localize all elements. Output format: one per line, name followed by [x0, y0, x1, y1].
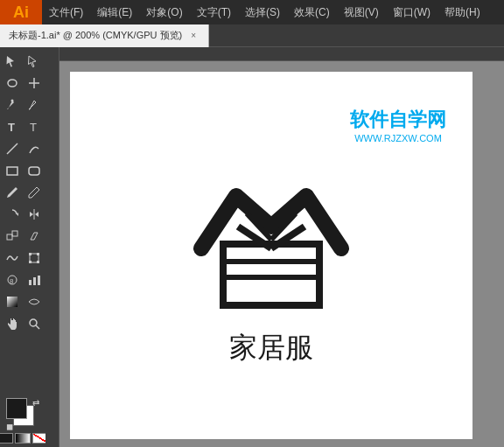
- svg-rect-12: [12, 231, 18, 236]
- symbol-tool[interactable]: 8: [2, 269, 23, 290]
- menu-window[interactable]: 窗口(W): [386, 0, 438, 24]
- svg-rect-14: [29, 253, 32, 255]
- tab-title: 未标题-1.ai* @ 200% (CMYK/GPU 预览): [9, 29, 182, 42]
- svg-text:T: T: [30, 121, 37, 134]
- color-mode-row: [0, 433, 48, 444]
- tool-row-brush: [2, 182, 45, 203]
- pen-tool[interactable]: [2, 94, 23, 115]
- svg-point-0: [8, 80, 17, 87]
- tool-row-scale: [2, 226, 45, 247]
- tool-row-warp: [2, 248, 45, 269]
- tool-row-hand: [2, 313, 45, 334]
- graph-tool[interactable]: [24, 269, 45, 290]
- app-logo: Ai: [0, 0, 42, 24]
- zoom-tool[interactable]: [24, 313, 45, 334]
- foreground-color-swatch[interactable]: [6, 398, 27, 419]
- menu-edit[interactable]: 编辑(E): [90, 0, 139, 24]
- menu-effect[interactable]: 效果(C): [287, 0, 337, 24]
- svg-text:T: T: [8, 121, 15, 134]
- watermark-url: WWW.RJZXW.COM: [350, 133, 446, 143]
- document-tab[interactable]: 未标题-1.ai* @ 200% (CMYK/GPU 预览) ×: [0, 24, 209, 47]
- svg-rect-17: [37, 261, 39, 263]
- lasso-tool[interactable]: [2, 73, 23, 94]
- default-colors-icon[interactable]: ◼: [6, 422, 13, 431]
- svg-rect-7: [7, 167, 18, 175]
- menu-text[interactable]: 文字(T): [190, 0, 238, 24]
- gradient-tool[interactable]: [2, 291, 23, 312]
- line-tool[interactable]: [2, 138, 23, 159]
- main-layout: T T: [0, 47, 504, 447]
- tool-row-line: [2, 138, 45, 159]
- rotate-tool[interactable]: [2, 204, 23, 225]
- scale-tool[interactable]: [2, 226, 23, 247]
- house-icon-svg: [184, 143, 359, 318]
- tool-row-graph: 8: [2, 269, 45, 290]
- rounded-rect-tool[interactable]: [24, 160, 45, 181]
- gradient-fill-button[interactable]: [15, 433, 31, 444]
- svg-point-3: [10, 100, 13, 102]
- pencil-tool[interactable]: [24, 182, 45, 203]
- tool-row-rotate: [2, 204, 45, 225]
- svg-rect-23: [7, 297, 18, 307]
- tool-row-lasso: [2, 73, 45, 94]
- svg-point-24: [30, 319, 37, 326]
- svg-line-6: [7, 143, 18, 154]
- warp-tool[interactable]: [2, 248, 23, 269]
- reflect-tool[interactable]: [24, 204, 45, 225]
- rectangle-tool[interactable]: [2, 160, 23, 181]
- magic-wand-tool[interactable]: [24, 73, 45, 94]
- ruler-left: [46, 47, 60, 447]
- type-tool[interactable]: T: [2, 116, 23, 137]
- direct-selection-tool[interactable]: [24, 51, 45, 72]
- canvas-content: 家居服 软件自学网 WWW.RJZXW.COM: [70, 72, 472, 439]
- svg-rect-15: [37, 253, 39, 255]
- watermark-title: 软件自学网: [350, 107, 446, 133]
- swap-colors-icon[interactable]: ⇄: [32, 398, 39, 408]
- watermark: 软件自学网 WWW.RJZXW.COM: [350, 107, 446, 143]
- svg-rect-22: [38, 276, 40, 285]
- selection-tool[interactable]: [2, 51, 23, 72]
- toolbar: T T: [0, 47, 46, 447]
- menu-object[interactable]: 对象(O): [139, 0, 189, 24]
- menu-help[interactable]: 帮助(H): [438, 0, 487, 24]
- svg-rect-20: [29, 280, 32, 285]
- menu-view[interactable]: 视图(V): [337, 0, 386, 24]
- hand-tool[interactable]: [2, 313, 23, 334]
- tabbar: 未标题-1.ai* @ 200% (CMYK/GPU 预览) ×: [0, 24, 504, 47]
- menu-select[interactable]: 选择(S): [238, 0, 287, 24]
- canvas-label: 家居服: [229, 329, 313, 367]
- tab-close-button[interactable]: ×: [187, 30, 200, 42]
- menubar: Ai 文件(F) 编辑(E) 对象(O) 文字(T) 选择(S) 效果(C) 视…: [0, 0, 504, 24]
- canvas-area: 家居服 软件自学网 WWW.RJZXW.COM: [46, 47, 504, 447]
- add-anchor-tool[interactable]: [24, 94, 45, 115]
- menu-file[interactable]: 文件(F): [42, 0, 90, 24]
- mesh-tool[interactable]: [24, 291, 45, 312]
- svg-line-25: [36, 325, 39, 329]
- ruler-top: [46, 47, 504, 61]
- svg-text:8: 8: [10, 277, 14, 285]
- tool-row-gradient: [2, 291, 45, 312]
- svg-rect-21: [33, 277, 36, 285]
- color-fill-button[interactable]: [0, 433, 13, 444]
- tool-row-rect: [2, 160, 45, 181]
- svg-rect-11: [7, 234, 12, 240]
- vertical-type-tool[interactable]: T: [24, 116, 45, 137]
- menu-items: 文件(F) 编辑(E) 对象(O) 文字(T) 选择(S) 效果(C) 视图(V…: [42, 0, 487, 24]
- svg-rect-8: [29, 167, 39, 175]
- svg-rect-16: [29, 261, 32, 263]
- arc-tool[interactable]: [24, 138, 45, 159]
- tool-row-type: T T: [2, 116, 45, 137]
- tool-row-pen: [2, 94, 45, 115]
- tool-row-selection: [2, 51, 45, 72]
- free-transform-tool[interactable]: [24, 248, 45, 269]
- shear-tool[interactable]: [24, 226, 45, 247]
- color-area: ⇄ ◼: [0, 395, 52, 447]
- color-swatches: ⇄ ◼: [6, 398, 39, 431]
- paintbrush-tool[interactable]: [2, 182, 23, 203]
